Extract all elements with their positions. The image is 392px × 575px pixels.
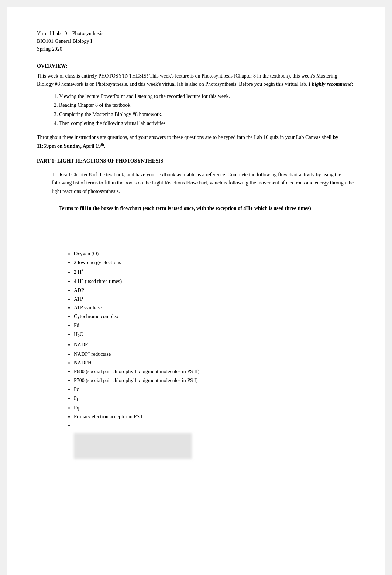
list-item: 4 H+ (used three times) — [74, 276, 355, 286]
page: Virtual Lab 10 – Photosynthesis BIO101 G… — [7, 7, 385, 575]
overview-list: Viewing the lecture PowerPoint and liste… — [59, 92, 355, 128]
list-item: ADP — [74, 286, 355, 295]
header-line1: Virtual Lab 10 – Photosynthesis — [37, 30, 355, 37]
list-item: Pi — [74, 394, 355, 404]
list-item — [74, 421, 355, 430]
blurred-content — [74, 433, 192, 459]
list-item: ATP synthase — [74, 303, 355, 312]
list-item: Fd — [74, 321, 355, 330]
list-item: 2 low-energy electrons — [74, 258, 355, 267]
part1-item1: 1. Read Chapter 8 of the textbook, and h… — [52, 171, 355, 195]
overview-intro: This week of class is entirely PHOTOSYTN… — [37, 72, 355, 89]
list-item: Pc — [74, 385, 355, 394]
list-item: P680 (special pair chlorophyll a pigment… — [74, 367, 355, 376]
list-item: ATP — [74, 295, 355, 304]
part1-item1-text: 1. Read Chapter 8 of the textbook, and h… — [52, 171, 355, 195]
list-item: NADPH — [74, 358, 355, 367]
list-item: P700 (special pair chlorophyll a pigment… — [74, 376, 355, 385]
list-item: NADP+ reductase — [74, 349, 355, 358]
list-item: Then completing the following virtual la… — [59, 119, 355, 127]
list-item: NADP+ — [74, 340, 355, 349]
list-item: Completing the Mastering Biology #8 home… — [59, 110, 355, 119]
terms-title: Terms to fill in the boxes in flowchart … — [59, 204, 355, 212]
header-line3: Spring 2020 — [37, 45, 355, 53]
list-item: Cytochrome complex — [74, 312, 355, 321]
list-item: 2 H+ — [74, 267, 355, 276]
overview-section: OVERVIEW: This week of class is entirely… — [37, 63, 355, 127]
overview-title: OVERVIEW: — [37, 63, 355, 69]
header-block: Virtual Lab 10 – Photosynthesis BIO101 G… — [37, 30, 355, 53]
header-line2: BIO101 General Biology I — [37, 37, 355, 45]
terms-list: Oxygen (O) 2 low-energy electrons 2 H+ 4… — [74, 249, 355, 430]
list-item: Reading Chapter 8 of the textbook. — [59, 101, 355, 109]
list-item: Pq — [74, 404, 355, 412]
part1-title: PART 1: LIGHT REACTIONS OF PHOTOSYNTHESI… — [37, 158, 355, 164]
quiz-note: Throughout these instructions are questi… — [37, 133, 355, 150]
list-item: Oxygen (O) — [74, 249, 355, 258]
list-item: Viewing the lecture PowerPoint and liste… — [59, 92, 355, 101]
list-item: H2O — [74, 330, 355, 340]
list-item: Primary electron acceptor in PS I — [74, 412, 355, 421]
